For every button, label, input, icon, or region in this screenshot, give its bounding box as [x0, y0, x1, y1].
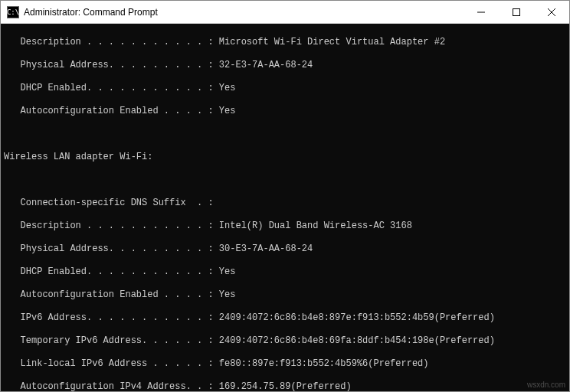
- output-line: Connection-specific DNS Suffix . :: [4, 198, 569, 209]
- close-button[interactable]: [534, 1, 569, 23]
- minimize-button[interactable]: [464, 1, 499, 23]
- titlebar-left: C:\ Administrator: Command Prompt: [1, 6, 158, 18]
- terminal-output[interactable]: Description . . . . . . . . . . . : Micr…: [1, 24, 569, 391]
- section-header: Wireless LAN adapter Wi-Fi:: [4, 152, 569, 163]
- window-title: Administrator: Command Prompt: [24, 7, 158, 18]
- maximize-button[interactable]: [499, 1, 534, 23]
- output-line: Physical Address. . . . . . . . . : 32-E…: [4, 60, 569, 71]
- blank-line: [4, 129, 569, 140]
- cmd-window: C:\ Administrator: Command Prompt Descri…: [0, 0, 570, 392]
- output-line: Autoconfiguration IPv4 Address. . : 169.…: [4, 381, 569, 391]
- window-controls: [464, 1, 569, 23]
- cmd-icon: C:\: [7, 6, 19, 18]
- output-line: Autoconfiguration Enabled . . . . : Yes: [4, 106, 569, 117]
- svg-rect-1: [513, 8, 520, 15]
- output-line: DHCP Enabled. . . . . . . . . . . : Yes: [4, 83, 569, 94]
- output-line: Physical Address. . . . . . . . . : 30-E…: [4, 243, 569, 255]
- output-line: IPv6 Address. . . . . . . . . . . : 2409…: [4, 312, 569, 324]
- output-line: Description . . . . . . . . . . . : Inte…: [4, 220, 569, 232]
- output-line: Autoconfiguration Enabled . . . . : Yes: [4, 289, 569, 301]
- output-line: Temporary IPv6 Address. . . . . . : 2409…: [4, 335, 569, 347]
- output-line: Description . . . . . . . . . . . : Micr…: [4, 37, 569, 48]
- titlebar[interactable]: C:\ Administrator: Command Prompt: [1, 1, 569, 24]
- output-line: Link-local IPv6 Address . . . . . : fe80…: [4, 358, 569, 370]
- output-line: DHCP Enabled. . . . . . . . . . . : Yes: [4, 266, 569, 278]
- blank-line: [4, 175, 569, 186]
